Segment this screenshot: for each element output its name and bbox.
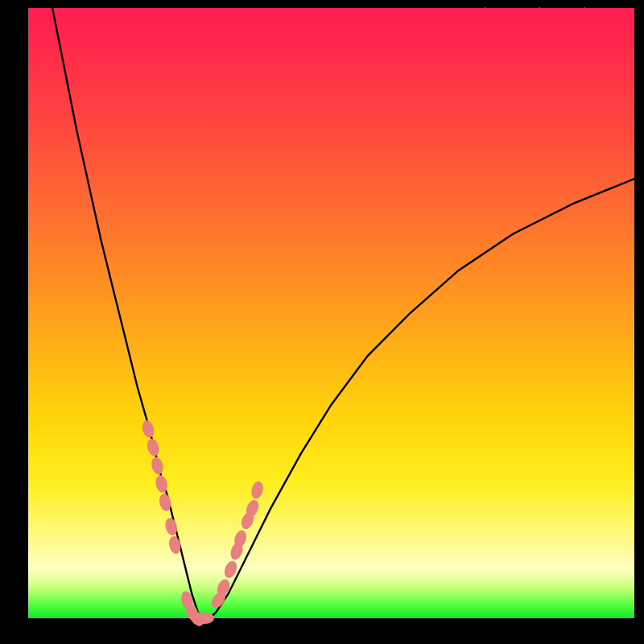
bottleneck-curve [52,8,634,618]
plot-area [28,8,634,618]
highlight-dot [250,480,265,500]
curve-svg [28,8,634,618]
highlight-dot [167,535,182,555]
highlight-dot [146,437,161,457]
highlight-dots-group [141,419,266,629]
highlight-dot [150,456,165,476]
chart-frame: TheBottleneck.com [0,0,644,644]
highlight-dot [141,419,156,440]
highlight-dot [196,613,214,624]
